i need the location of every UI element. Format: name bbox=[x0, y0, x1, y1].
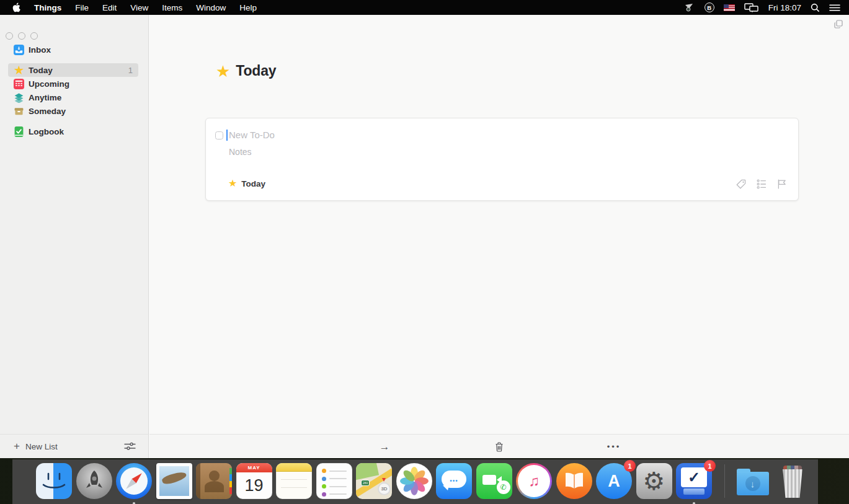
notification-center-icon[interactable] bbox=[829, 4, 840, 12]
calendar-month-label: MAY bbox=[236, 463, 272, 472]
things-checkmark: ✓ bbox=[681, 467, 707, 487]
dock-system-preferences-icon[interactable]: ⚙ bbox=[636, 463, 672, 499]
new-list-plus-icon[interactable]: + bbox=[14, 440, 20, 453]
calendar-day-label: 19 bbox=[236, 472, 272, 499]
dock-facetime-icon[interactable]: ✆ bbox=[476, 463, 512, 499]
sidebar-item-upcoming[interactable]: Upcoming bbox=[0, 77, 138, 91]
menu-items[interactable]: Items bbox=[162, 3, 182, 12]
sidebar-item-label: Today bbox=[29, 66, 53, 75]
maps-route-shield: 280 bbox=[361, 480, 370, 486]
menu-bar: Things File Edit View Items Window Help … bbox=[0, 0, 849, 15]
deadline-flag-icon[interactable] bbox=[776, 179, 788, 190]
new-window-icon[interactable] bbox=[834, 20, 843, 29]
inbox-icon bbox=[14, 45, 24, 55]
zoom-window-button[interactable] bbox=[30, 32, 38, 40]
dock-finder-icon[interactable] bbox=[36, 463, 72, 499]
menu-window[interactable]: Window bbox=[196, 3, 226, 12]
menu-help[interactable]: Help bbox=[239, 3, 257, 12]
anytime-layers-icon bbox=[14, 92, 24, 103]
when-label: Today bbox=[241, 179, 265, 188]
displays-icon[interactable] bbox=[744, 3, 759, 12]
upcoming-calendar-icon bbox=[14, 79, 24, 89]
facetime-phone-glyph: ✆ bbox=[497, 480, 510, 494]
pointer-utility-icon[interactable] bbox=[684, 3, 695, 12]
dock: MAY 19 280 3D bbox=[12, 459, 818, 504]
new-todo-card[interactable]: New To-Do Notes ★ Today bbox=[205, 118, 799, 201]
dock-launchpad-icon[interactable] bbox=[76, 463, 112, 499]
dock-notes-icon[interactable] bbox=[276, 463, 312, 499]
logbook-icon bbox=[14, 126, 24, 137]
keyboard-layout-flag-icon[interactable] bbox=[724, 4, 735, 11]
today-star-icon: ★ bbox=[14, 65, 24, 76]
sidebar-item-label: Someday bbox=[29, 107, 66, 116]
bottom-toolbar: → ••• bbox=[149, 434, 849, 458]
view-options-icon[interactable] bbox=[124, 441, 136, 451]
move-arrow-icon[interactable]: → bbox=[380, 435, 390, 459]
sidebar-item-anytime[interactable]: Anytime bbox=[0, 91, 138, 104]
dock-maps-icon[interactable]: 280 3D bbox=[356, 463, 392, 499]
menu-file[interactable]: File bbox=[75, 3, 89, 12]
sidebar-footer: + New List bbox=[0, 434, 148, 458]
dock-mail-icon[interactable] bbox=[156, 463, 192, 499]
todo-when-row[interactable]: ★ Today bbox=[228, 179, 265, 188]
spotlight-search-icon[interactable] bbox=[811, 3, 820, 12]
sidebar-item-label: Upcoming bbox=[29, 79, 69, 89]
dock-trash-icon[interactable] bbox=[775, 463, 811, 499]
dock-ibooks-icon[interactable] bbox=[556, 463, 592, 499]
dock-appstore-icon[interactable]: A 1 bbox=[596, 463, 632, 499]
close-window-button[interactable] bbox=[6, 32, 13, 40]
sidebar-item-logbook[interactable]: Logbook bbox=[0, 125, 138, 138]
sidebar-item-someday[interactable]: Someday bbox=[0, 104, 138, 118]
menubar-app-name[interactable]: Things bbox=[34, 3, 61, 12]
desktop-wallpaper: MAY 19 280 3D bbox=[0, 458, 849, 504]
menu-edit[interactable]: Edit bbox=[102, 3, 117, 12]
sidebar-item-label: Anytime bbox=[29, 93, 61, 102]
sidebar: Inbox ★ Today 1 Upcoming Anytim bbox=[0, 15, 149, 458]
itunes-note-glyph: ♫ bbox=[518, 465, 550, 497]
dock-itunes-icon[interactable]: ♫ bbox=[516, 463, 552, 499]
someday-box-icon bbox=[14, 106, 24, 117]
b-status-icon[interactable]: B bbox=[705, 2, 714, 12]
todo-checkbox[interactable] bbox=[215, 131, 223, 139]
when-star-icon: ★ bbox=[228, 179, 237, 188]
dock-messages-icon[interactable]: ••• bbox=[436, 463, 472, 499]
sidebar-item-label: Logbook bbox=[29, 127, 64, 136]
todo-title-input[interactable]: New To-Do bbox=[229, 130, 275, 140]
download-arrow-glyph: ↓ bbox=[745, 476, 760, 491]
checklist-icon[interactable] bbox=[756, 179, 767, 190]
messages-dots: ••• bbox=[442, 477, 466, 484]
add-tag-icon[interactable] bbox=[736, 179, 747, 190]
dock-safari-icon[interactable] bbox=[116, 463, 152, 499]
window-controls bbox=[6, 32, 38, 40]
trash-icon[interactable] bbox=[494, 435, 504, 459]
todo-notes-input[interactable]: Notes bbox=[229, 147, 252, 157]
new-list-button[interactable]: New List bbox=[25, 442, 58, 451]
gear-icon: ⚙ bbox=[643, 469, 665, 493]
appstore-notification-badge: 1 bbox=[624, 460, 636, 472]
sidebar-item-inbox[interactable]: Inbox bbox=[0, 43, 138, 56]
page-title-text: Today bbox=[236, 63, 276, 79]
things-notification-badge: 1 bbox=[704, 460, 716, 472]
dock-photos-icon[interactable] bbox=[396, 463, 432, 499]
menu-view[interactable]: View bbox=[130, 3, 148, 12]
dock-downloads-folder-icon[interactable]: ↓ bbox=[735, 463, 771, 499]
today-star-icon: ★ bbox=[216, 63, 230, 79]
sidebar-item-label: Inbox bbox=[29, 45, 51, 55]
dock-contacts-icon[interactable] bbox=[196, 463, 232, 499]
minimize-window-button[interactable] bbox=[18, 32, 25, 40]
main-content: ★ Today New To-Do Notes ★ Today bbox=[149, 15, 849, 458]
apple-menu-icon[interactable] bbox=[12, 2, 20, 12]
maps-3d-badge: 3D bbox=[378, 482, 391, 495]
appstore-a-glyph: A bbox=[608, 472, 620, 491]
sidebar-item-today[interactable]: ★ Today 1 bbox=[8, 63, 138, 77]
things-window: Inbox ★ Today 1 Upcoming Anytim bbox=[0, 15, 849, 458]
dock-calendar-icon[interactable]: MAY 19 bbox=[236, 463, 272, 499]
dock-reminders-icon[interactable] bbox=[316, 463, 352, 499]
text-cursor bbox=[226, 130, 228, 141]
dock-separator bbox=[724, 464, 725, 498]
menubar-clock[interactable]: Fri 18:07 bbox=[768, 3, 801, 12]
sidebar-item-count: 1 bbox=[128, 66, 138, 75]
dock-things-icon[interactable]: ✓ 1 bbox=[676, 463, 712, 499]
more-options-icon[interactable]: ••• bbox=[607, 435, 621, 459]
page-title: ★ Today bbox=[216, 63, 276, 79]
